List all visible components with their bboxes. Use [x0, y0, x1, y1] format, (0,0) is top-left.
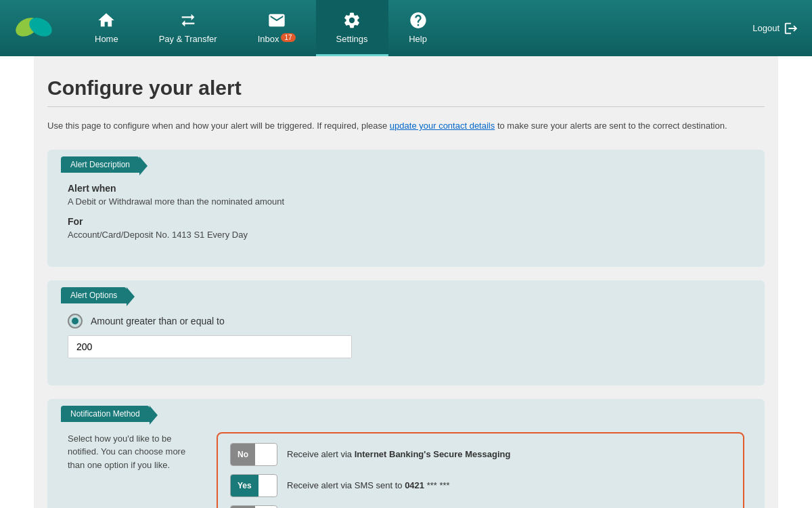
toggle-email[interactable]: No: [230, 505, 277, 509]
notification-method-header: Notification Method: [47, 399, 765, 422]
amount-input[interactable]: [68, 335, 352, 358]
nav-item-settings[interactable]: Settings: [316, 0, 388, 56]
card-notch: [396, 257, 416, 267]
alert-description-header: Alert Description: [47, 150, 765, 173]
nav-help-label: Help: [409, 34, 427, 44]
pay-transfer-icon: [179, 11, 198, 30]
alert-when-value: A Debit or Withdrawal more than the nomi…: [68, 196, 744, 207]
notification-options-box: No Receive alert via Internet Banking's …: [217, 432, 744, 509]
nav-pay-transfer-label: Pay & Transfer: [159, 34, 217, 44]
notification-description: Select how you'd like to be notified. Yo…: [68, 432, 189, 509]
page-description: Use this page to configure when and how …: [47, 119, 765, 133]
toggle-sms[interactable]: Yes: [230, 474, 277, 497]
notification-method-tag: Notification Method: [61, 406, 150, 422]
alert-options-tag: Alert Options: [61, 287, 127, 303]
title-divider: [47, 106, 765, 107]
page-container: Configure your alert Use this page to co…: [34, 56, 778, 508]
for-label: For: [68, 216, 744, 227]
page-title: Configure your alert: [47, 77, 765, 100]
toggle-banking-label: No: [231, 444, 255, 465]
toggle-banking[interactable]: No: [230, 443, 277, 466]
radio-row: Amount greater than or equal to: [68, 314, 744, 329]
notification-method-card: Notification Method Select how you'd lik…: [47, 399, 765, 509]
inbox-icon: [267, 11, 286, 30]
nav-home-label: Home: [95, 34, 118, 44]
help-icon: [409, 11, 428, 30]
logo[interactable]: [14, 7, 74, 49]
alert-options-body: Amount greater than or equal to: [47, 303, 765, 375]
notification-body: Select how you'd like to be notified. Yo…: [47, 422, 765, 509]
nav-item-pay-transfer[interactable]: Pay & Transfer: [139, 0, 238, 56]
radio-button[interactable]: [68, 314, 83, 329]
alert-when-label: Alert when: [68, 183, 744, 194]
logout-label: Logout: [752, 23, 780, 33]
inbox-badge: 17: [281, 33, 295, 42]
alert-description-tag: Alert Description: [61, 156, 139, 173]
logout-icon: [784, 21, 798, 36]
settings-icon: [342, 11, 361, 30]
contact-details-link[interactable]: update your contact details: [390, 121, 495, 131]
alert-options-header: Alert Options: [47, 280, 765, 303]
nav-inbox-label: Inbox17: [258, 34, 296, 44]
notif-row-email: No Receive alert via Email sent to ch***…: [230, 505, 731, 509]
nav-item-home[interactable]: Home: [74, 0, 139, 56]
nav-items: Home Pay & Transfer Inbox17 Settings Hel…: [74, 0, 752, 56]
navigation: Home Pay & Transfer Inbox17 Settings Hel…: [0, 0, 812, 56]
nav-item-help[interactable]: Help: [388, 0, 448, 56]
for-value: Account/Card/Deposit No. 1413 S1 Every D…: [68, 230, 744, 240]
nav-item-inbox[interactable]: Inbox17: [238, 0, 316, 56]
toggle-sms-label: Yes: [231, 475, 258, 496]
radio-selected-indicator: [72, 318, 78, 324]
alert-options-card: Alert Options Amount greater than or equ…: [47, 280, 765, 385]
card-notch-2: [396, 375, 416, 385]
home-icon: [97, 11, 116, 30]
notif-row-banking: No Receive alert via Internet Banking's …: [230, 443, 731, 466]
nav-settings-label: Settings: [336, 34, 368, 44]
radio-label: Amount greater than or equal to: [91, 316, 225, 326]
notif-row-sms: Yes Receive alert via SMS sent to 0421 *…: [230, 474, 731, 497]
logout-button[interactable]: Logout: [752, 21, 798, 36]
toggle-email-label: No: [231, 506, 255, 509]
alert-description-card: Alert Description Alert when A Debit or …: [47, 150, 765, 267]
alert-description-body: Alert when A Debit or Withdrawal more th…: [47, 173, 765, 257]
notif-text-banking: Receive alert via Internet Banking's Sec…: [287, 449, 510, 459]
notif-text-sms: Receive alert via SMS sent to 0421 *** *…: [287, 480, 450, 490]
